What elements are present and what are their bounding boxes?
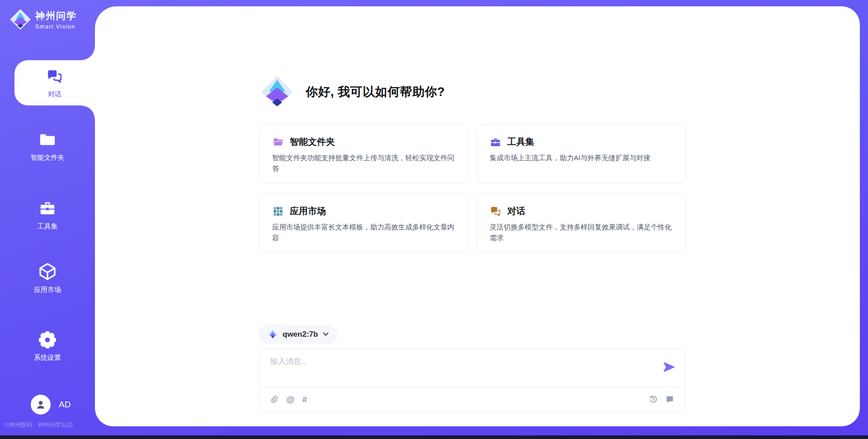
sidebar-item-toolset[interactable]: 工具集 (0, 199, 95, 231)
sidebar-item-label: 对话 (48, 90, 61, 99)
grid-globe-icon (272, 205, 284, 217)
card-title: 对话 (507, 205, 525, 217)
card-chat[interactable]: 对话 灵活切换多模型文件，支持多样回复效果调试，满足个性化需求 (476, 194, 686, 253)
mention-button[interactable]: @ (286, 395, 295, 405)
send-button[interactable] (663, 362, 675, 374)
card-description: 灵活切换多模型文件，支持多样回复效果调试，满足个性化需求 (490, 222, 673, 243)
model-selector[interactable]: qwen2:7b (259, 324, 338, 344)
new-chat-button[interactable] (665, 395, 674, 404)
model-name: qwen2:7b (283, 330, 318, 339)
card-title: 工具集 (507, 136, 534, 148)
chat-icon (490, 205, 501, 217)
chat-icon (45, 67, 64, 86)
paperclip-icon (270, 395, 278, 404)
assistant-gem-icon (259, 74, 295, 110)
folder-open-icon (272, 136, 284, 148)
sidebar-item-settings[interactable]: 系统设置 (0, 330, 95, 362)
sidebar-item-chat[interactable]: 对话 (14, 60, 95, 105)
sidebar-item-smart-folder[interactable]: 智能文件夹 (0, 130, 95, 162)
cube-icon (38, 262, 57, 282)
feature-cards: 智能文件夹 智能文件夹功能支持批量文件上传与清洗，轻松实现文件问答 工具集 集成… (259, 124, 686, 253)
chevron-down-icon (323, 332, 329, 336)
composer: @ # (259, 348, 685, 412)
card-description: 智能文件夹功能支持批量文件上传与清洗，轻松实现文件问答 (272, 153, 455, 174)
sidebar-item-label: 工具集 (38, 222, 58, 231)
avatar (31, 395, 51, 415)
brand-logo: 神州问学 Smart Vision (10, 9, 77, 30)
card-title: 智能文件夹 (290, 136, 335, 148)
gem-logo-icon (268, 329, 278, 339)
sidebar-item-label: 系统设置 (34, 353, 61, 362)
sidebar-item-app-market[interactable]: 应用市场 (0, 262, 95, 294)
history-icon (649, 395, 658, 404)
attach-button[interactable] (270, 395, 278, 404)
toolbox-icon (38, 199, 57, 218)
comment-icon (665, 395, 674, 404)
window-bottom-edge (0, 435, 868, 439)
brand-name: 神州问学 (35, 10, 77, 22)
topic-button[interactable]: # (302, 395, 307, 405)
hash-icon: # (302, 395, 307, 405)
card-toolset[interactable]: 工具集 集成市场上主流工具，助力AI与外界无缝扩展与对接 (476, 124, 686, 183)
at-icon: @ (286, 395, 295, 405)
briefcase-icon (490, 136, 501, 148)
user-profile[interactable]: AD (31, 395, 71, 415)
sidebar-item-label: 智能文件夹 (31, 153, 65, 162)
greeting-title: 你好, 我可以如何帮助你? (306, 84, 445, 100)
card-title: 应用市场 (290, 205, 326, 217)
folder-icon (38, 130, 57, 149)
user-name: AD (59, 400, 71, 410)
card-app-market[interactable]: 应用市场 应用市场提供丰富长文本模板，助力高效生成多样化文章内容 (259, 194, 468, 253)
send-icon (663, 362, 675, 372)
brand-subtitle: Smart Vision (35, 24, 77, 30)
gear-icon (38, 330, 57, 349)
main-panel: 你好, 我可以如何帮助你? 智能文件夹 智能文件夹功能支持批量文件上传与清洗，轻… (95, 6, 860, 426)
card-description: 集成市场上主流工具，助力AI与外界无缝扩展与对接 (490, 153, 673, 163)
message-input[interactable] (270, 356, 641, 383)
history-button[interactable] (649, 395, 658, 404)
copyright-footer: ©神州数码 · 神州问学出品 (5, 421, 73, 429)
person-icon (35, 399, 47, 410)
card-smart-folder[interactable]: 智能文件夹 智能文件夹功能支持批量文件上传与清洗，轻松实现文件问答 (259, 124, 468, 183)
composer-toolbar: @ # (259, 387, 685, 411)
gem-logo-icon (10, 9, 31, 30)
greeting: 你好, 我可以如何帮助你? (259, 74, 445, 110)
sidebar-item-label: 应用市场 (34, 286, 61, 294)
card-description: 应用市场提供丰富长文本模板，助力高效生成多样化文章内容 (272, 222, 455, 243)
